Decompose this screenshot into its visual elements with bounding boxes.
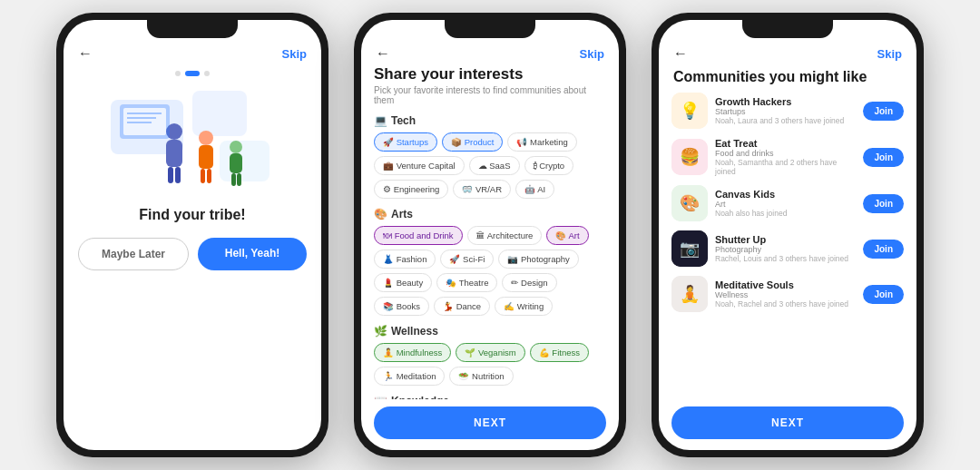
share-interests-title: Share your interests (374, 65, 606, 83)
tag-marketing[interactable]: 📢 Marketing (507, 132, 576, 152)
svg-point-11 (230, 141, 242, 153)
tag-startups[interactable]: 🚀 Startups (374, 132, 437, 152)
community-item-canvas-kids: 🎨 Canvas Kids Art Noah also has joined J… (671, 185, 904, 221)
phone-3-header: ← Skip (659, 38, 916, 65)
tag-fashion[interactable]: 👗 Fashion (374, 250, 436, 269)
next-button-2[interactable]: NEXT (374, 406, 606, 439)
community-members-shutter-up: Rachel, Louis and 3 others have joined (715, 254, 856, 263)
tribe-illustration (102, 82, 283, 200)
arts-tags: 🍽 Food and Drink 🏛 Architecture 🎨 Art 👗 … (374, 226, 606, 316)
community-item-meditative-souls: 🧘 Meditative Souls Wellness Noah, Rachel… (671, 276, 904, 312)
phone-3-content: ← Skip Communities you might like 💡 (659, 20, 916, 450)
category-tech: 💻Tech 🚀 Startups 📦 Product 📢 Marketing 💼… (374, 114, 606, 199)
community-members-growth-hackers: Noah, Laura and 3 others have joined (715, 116, 856, 125)
tag-fitness[interactable]: 💪 Fitness (530, 343, 589, 362)
join-btn-eat-treat[interactable]: Join (863, 148, 904, 167)
community-category-meditative-souls: Wellness (715, 290, 856, 299)
hell-yeah-button[interactable]: Hell, Yeah! (198, 238, 307, 270)
community-members-meditative-souls: Noah, Rachel and 3 others have joined (715, 299, 856, 308)
svg-text:🧘: 🧘 (680, 284, 701, 304)
community-info-meditative-souls: Meditative Souls Wellness Noah, Rachel a… (715, 279, 856, 308)
tag-product[interactable]: 📦 Product (442, 132, 503, 152)
community-avatar-eat-treat: 🍔 (671, 139, 708, 175)
interests-scroll-area[interactable]: Share your interests Pick your favorite … (361, 65, 619, 399)
notch-3 (742, 20, 833, 38)
svg-rect-6 (175, 167, 181, 183)
community-category-canvas-kids: Art (715, 200, 856, 209)
category-knowledge-title: 📖Knowledge (374, 395, 606, 399)
tag-ai[interactable]: 🤖 AI (515, 180, 554, 199)
tag-dance[interactable]: 💃 Dance (434, 297, 490, 316)
communities-list[interactable]: 💡 Growth Hackers Startups Noah, Laura an… (659, 93, 916, 399)
phone-1: ← Skip (56, 13, 328, 457)
tag-nutrition[interactable]: 🥗 Nutrition (449, 367, 513, 386)
svg-rect-1 (192, 91, 247, 136)
community-avatar-shutter-up: 📷 (671, 230, 708, 267)
category-arts: 🎨Arts 🍽 Food and Drink 🏛 Architecture 🎨 … (374, 208, 606, 316)
join-btn-shutter-up[interactable]: Join (863, 240, 904, 259)
dot-2-active (185, 71, 200, 76)
tag-veganism[interactable]: 🌱 Veganism (456, 343, 524, 362)
phone-1-title: Find your tribe! (64, 200, 321, 238)
back-arrow-3[interactable]: ← (673, 45, 688, 62)
svg-text:🍔: 🍔 (680, 147, 701, 167)
tag-saas[interactable]: ☁ SaaS (469, 156, 520, 175)
tag-photography[interactable]: 📷 Photography (498, 250, 579, 269)
join-btn-canvas-kids[interactable]: Join (863, 194, 904, 213)
tag-crypto[interactable]: ₿ Crypto (524, 156, 574, 175)
svg-text:📷: 📷 (680, 239, 701, 259)
svg-rect-13 (231, 173, 236, 186)
wellness-tags: 🧘 Mindfulness 🌱 Veganism 💪 Fitness 🏃 Med… (374, 343, 606, 386)
community-item-growth-hackers: 💡 Growth Hackers Startups Noah, Laura an… (671, 93, 904, 129)
illustration-1 (64, 82, 321, 200)
join-btn-meditative-souls[interactable]: Join (863, 285, 904, 304)
maybe-later-button[interactable]: Maybe Later (78, 238, 189, 270)
phones-container: ← Skip (0, 0, 980, 470)
svg-rect-4 (166, 140, 182, 167)
tag-theatre[interactable]: 🎭 Theatre (436, 273, 497, 292)
tag-architecture[interactable]: 🏛 Architecture (467, 226, 543, 245)
tag-mindfulness[interactable]: 🧘 Mindfulness (374, 343, 451, 362)
svg-point-7 (199, 131, 213, 145)
phone-2-content: ← Skip Share your interests Pick your fa… (361, 20, 619, 450)
svg-rect-2 (220, 141, 270, 181)
join-btn-growth-hackers[interactable]: Join (863, 102, 904, 121)
back-arrow-1[interactable]: ← (78, 45, 93, 62)
tag-beauty[interactable]: 💄 Beauty (374, 273, 432, 292)
skip-btn-2[interactable]: Skip (580, 47, 604, 61)
category-knowledge: 📖Knowledge 🔬 Health 📐 History 🔭 Psycholo… (374, 395, 606, 399)
tag-food-drink[interactable]: 🍽 Food and Drink (374, 226, 463, 245)
svg-rect-14 (237, 173, 241, 186)
skip-btn-3[interactable]: Skip (877, 47, 902, 61)
svg-rect-16 (123, 108, 166, 135)
tag-design[interactable]: ✏ Design (502, 273, 556, 292)
back-arrow-2[interactable]: ← (376, 45, 390, 62)
tag-sci-fi[interactable]: 🚀 Sci-Fi (440, 250, 494, 269)
tag-venture-capital[interactable]: 💼 Venture Capital (374, 156, 465, 175)
tag-art[interactable]: 🎨 Art (546, 226, 588, 245)
tag-meditation[interactable]: 🏃 Meditation (374, 367, 445, 386)
community-members-canvas-kids: Noah also has joined (715, 209, 856, 218)
community-name-growth-hackers: Growth Hackers (715, 96, 856, 107)
communities-title: Communities you might like (659, 65, 916, 93)
community-category-growth-hackers: Startups (715, 107, 856, 116)
svg-rect-10 (207, 169, 211, 183)
tag-engineering[interactable]: ⚙ Engineering (374, 180, 448, 199)
category-wellness: 🌿Wellness 🧘 Mindfulness 🌱 Veganism 💪 Fit… (374, 325, 606, 386)
tag-writing[interactable]: ✍ Writing (495, 297, 553, 316)
svg-rect-9 (201, 169, 205, 183)
next-button-3[interactable]: NEXT (671, 406, 904, 439)
phone-2-inner: ← Skip Share your interests Pick your fa… (361, 20, 619, 450)
skip-btn-1[interactable]: Skip (282, 47, 307, 61)
svg-text:💡: 💡 (680, 101, 701, 121)
community-name-eat-treat: Eat Treat (715, 138, 856, 149)
community-avatar-canvas-kids: 🎨 (671, 185, 708, 221)
tag-books[interactable]: 📚 Books (374, 297, 429, 316)
tag-vrar[interactable]: 🥽 VR/AR (453, 180, 511, 199)
progress-dots-1 (64, 65, 321, 82)
community-name-shutter-up: Shutter Up (715, 234, 856, 245)
phone-1-content: ← Skip (64, 20, 321, 450)
community-item-shutter-up: 📷 Shutter Up Photography Rachel, Louis a… (671, 230, 904, 267)
svg-rect-12 (230, 153, 242, 173)
category-wellness-title: 🌿Wellness (374, 325, 606, 338)
